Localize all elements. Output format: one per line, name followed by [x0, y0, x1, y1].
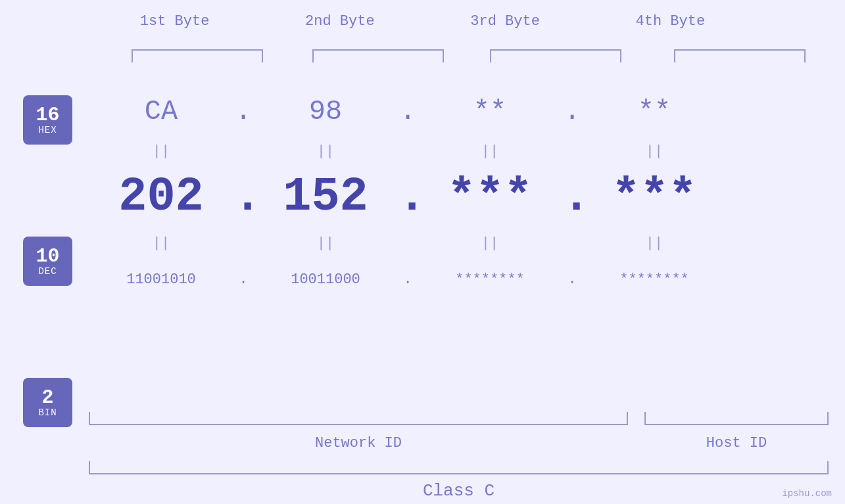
watermark: ipshu.com	[782, 488, 832, 499]
hex-byte4: **	[582, 96, 727, 127]
hex-base-label: 16 HEX	[23, 95, 72, 145]
bracket-top-1	[132, 49, 263, 62]
rows-area: CA . 98 . ** . ** || || || || 202 . 152 …	[89, 85, 832, 302]
hex-base-name: HEX	[38, 125, 57, 135]
equals-row-1: || || || ||	[89, 138, 832, 164]
dec-base-num: 10	[36, 246, 59, 266]
dec-base-name: DEC	[38, 266, 57, 277]
bin-dot2: .	[398, 271, 418, 288]
dec-byte4: ***	[582, 170, 727, 224]
hex-byte1: CA	[89, 96, 233, 127]
bin-dot1: .	[233, 271, 253, 288]
hex-row: CA . 98 . ** . **	[89, 85, 832, 138]
bin-byte3: ********	[418, 271, 562, 288]
bin-base-num: 2	[41, 388, 53, 407]
dec-byte1: 202	[89, 170, 233, 224]
hex-dot2: .	[398, 96, 418, 127]
dec-dot1: .	[233, 170, 253, 224]
eq2-byte3: ||	[418, 235, 562, 252]
header-byte1: 1st Byte	[109, 13, 241, 30]
dec-base-label: 10 DEC	[23, 237, 72, 286]
dec-row: 202 . 152 . *** . ***	[89, 164, 832, 230]
dec-dot2: .	[398, 170, 418, 224]
eq2-byte1: ||	[89, 235, 233, 252]
eq1-byte1: ||	[89, 143, 233, 160]
bracket-top-2	[312, 49, 444, 62]
equals-row-2: || || || ||	[89, 230, 832, 256]
header-byte2: 2nd Byte	[274, 13, 406, 30]
classc-label: Class C	[89, 481, 829, 501]
bracket-top-4	[674, 49, 806, 62]
bracket-classc	[89, 461, 829, 474]
bin-byte4: ********	[582, 271, 727, 288]
base-labels: 16 HEX 10 DEC 2 BIN	[23, 95, 72, 427]
dec-dot3: .	[562, 170, 582, 224]
bin-byte2: 10011000	[253, 271, 398, 288]
eq2-byte4: ||	[582, 235, 727, 252]
header-byte3: 3rd Byte	[439, 13, 571, 30]
bin-byte1: 11001010	[89, 271, 233, 288]
dec-byte2: 152	[253, 170, 398, 224]
bin-row: 11001010 . 10011000 . ******** . *******…	[89, 256, 832, 302]
eq2-byte2: ||	[253, 235, 398, 252]
bracket-host	[644, 412, 829, 425]
hex-base-num: 16	[36, 105, 59, 125]
header-byte4: 4th Byte	[604, 13, 736, 30]
hex-byte3: **	[418, 96, 562, 127]
bracket-top-3	[490, 49, 621, 62]
bin-base-name: BIN	[38, 407, 57, 418]
eq1-byte2: ||	[253, 143, 398, 160]
hex-dot1: .	[233, 96, 253, 127]
bracket-network	[89, 412, 628, 425]
hex-byte2: 98	[253, 96, 398, 127]
byte-headers: 1st Byte 2nd Byte 3rd Byte 4th Byte	[0, 0, 845, 30]
bin-base-label: 2 BIN	[23, 378, 72, 427]
dec-byte3: ***	[418, 170, 562, 224]
main-container: 1st Byte 2nd Byte 3rd Byte 4th Byte 16 H…	[0, 0, 845, 504]
eq1-byte4: ||	[582, 143, 727, 160]
eq1-byte3: ||	[418, 143, 562, 160]
network-id-label: Network ID	[89, 435, 628, 451]
hex-dot3: .	[562, 96, 582, 127]
bin-dot3: .	[562, 271, 582, 288]
host-id-label: Host ID	[644, 435, 829, 451]
